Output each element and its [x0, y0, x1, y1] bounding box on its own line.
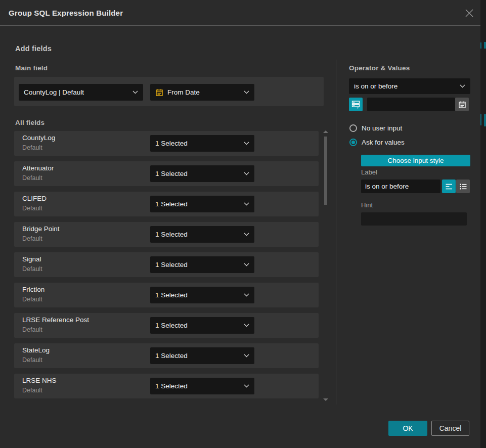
layer-dropdown[interactable]: CountyLog | Default: [19, 84, 143, 101]
field-selection-dropdown[interactable]: 1 Selected: [150, 378, 254, 394]
field-subtitle: Default: [22, 265, 42, 273]
calendar-icon: [458, 101, 466, 109]
dropdown-value: 1 Selected: [155, 231, 188, 238]
field-name: LRSE Reference Post: [22, 316, 89, 324]
dropdown-value: 1 Selected: [155, 322, 188, 329]
field-name: LRSE NHS: [22, 377, 57, 384]
dropdown-value: 1 Selected: [155, 291, 188, 299]
chevron-down-icon: [244, 293, 249, 297]
layer-dropdown-value: CountyLog | Default: [24, 88, 84, 96]
radio-label: No user input: [362, 124, 402, 132]
dropdown-value: 1 Selected: [155, 200, 188, 208]
main-field-label: Main field: [15, 64, 48, 72]
field-list: CountyLog Default 1 Selected Attenuator …: [14, 131, 319, 404]
field-selection-dropdown[interactable]: 1 Selected: [150, 347, 254, 364]
dropdown-value: 1 Selected: [155, 352, 188, 360]
label-label: Label: [361, 168, 377, 176]
field-name: Signal: [22, 255, 41, 263]
main-field-panel: CountyLog | Default From Date: [14, 77, 324, 106]
value-input[interactable]: [367, 98, 455, 111]
field-name: CountyLog: [22, 134, 55, 142]
align-left-style-button[interactable]: [442, 180, 456, 193]
field-subtitle: Default: [22, 174, 42, 182]
field-name: StateLog: [22, 346, 50, 354]
field-name: Friction: [22, 286, 45, 293]
chevron-down-icon: [244, 172, 249, 175]
stacked-input-icon: [351, 100, 360, 109]
field-row: CountyLog Default 1 Selected: [14, 131, 319, 156]
chevron-down-icon: [460, 84, 465, 88]
background-fragment: [484, 114, 486, 126]
group-sql-expression-builder-dialog: { "dialog": { "title": "Group SQL Expres…: [0, 0, 486, 448]
field-row: CLIFED Default 1 Selected: [14, 192, 319, 216]
field-row: Friction Default 1 Selected: [14, 283, 319, 307]
field-selection-dropdown[interactable]: 1 Selected: [150, 287, 254, 303]
chevron-down-icon: [132, 91, 138, 94]
chevron-down-icon: [244, 384, 249, 388]
radio-circle-selected: [349, 139, 357, 146]
scroll-up-arrow[interactable]: [323, 130, 328, 133]
operator-dropdown-value: is on or before: [354, 82, 397, 90]
no-user-input-radio[interactable]: No user input: [349, 124, 402, 132]
label-input[interactable]: [361, 180, 440, 193]
hint-label: Hint: [361, 201, 373, 209]
background-app-strip: [480, 0, 486, 448]
background-fragment: [480, 42, 481, 49]
background-fragment: [480, 114, 481, 125]
field-row: Signal Default 1 Selected: [14, 252, 319, 277]
scrollbar-thumb[interactable]: [324, 137, 327, 205]
dropdown-value: 1 Selected: [155, 140, 188, 147]
add-fields-heading: Add fields: [15, 44, 52, 53]
cancel-button[interactable]: Cancel: [431, 421, 469, 436]
date-picker-button[interactable]: [455, 98, 469, 111]
chevron-down-icon: [244, 91, 249, 94]
panel-divider: [336, 60, 336, 405]
field-row: Attenuator Default 1 Selected: [14, 161, 319, 186]
close-button[interactable]: [463, 7, 475, 19]
input-type-button[interactable]: [349, 98, 363, 111]
field-selection-dropdown[interactable]: 1 Selected: [150, 196, 254, 212]
ask-for-values-radio[interactable]: Ask for values: [349, 139, 405, 146]
main-field-dropdown[interactable]: From Date: [150, 84, 254, 101]
field-selection-dropdown[interactable]: 1 Selected: [150, 165, 254, 182]
field-selection-dropdown[interactable]: 1 Selected: [150, 317, 254, 334]
radio-circle: [349, 124, 357, 132]
operator-values-label: Operator & Values: [349, 64, 410, 72]
field-name: Bridge Point: [22, 225, 60, 233]
dropdown-value: 1 Selected: [155, 261, 188, 268]
operator-dropdown[interactable]: is on or before: [349, 78, 470, 94]
close-icon: [465, 9, 474, 18]
chevron-down-icon: [244, 233, 249, 236]
list-style-button[interactable]: [456, 180, 470, 193]
calendar-icon: [155, 88, 163, 97]
field-subtitle: Default: [22, 296, 42, 303]
field-name: Attenuator: [22, 164, 54, 172]
field-subtitle: Default: [22, 205, 42, 212]
all-fields-label: All fields: [15, 119, 45, 126]
radio-label: Ask for values: [362, 139, 405, 146]
field-selection-dropdown[interactable]: 1 Selected: [150, 256, 254, 273]
align-left-icon: [445, 183, 453, 191]
field-subtitle: Default: [22, 235, 42, 242]
chevron-down-icon: [244, 354, 249, 357]
bullet-list-icon: [459, 183, 467, 191]
chevron-down-icon: [244, 202, 249, 206]
dropdown-value: 1 Selected: [155, 382, 188, 390]
dropdown-value: 1 Selected: [155, 170, 188, 177]
hint-input[interactable]: [361, 212, 467, 226]
scroll-down-arrow[interactable]: [323, 398, 328, 401]
field-selection-dropdown[interactable]: 1 Selected: [150, 226, 254, 243]
field-row: StateLog Default 1 Selected: [14, 343, 319, 368]
chevron-down-icon: [244, 324, 249, 327]
field-row: LRSE Reference Post Default 1 Selected: [14, 313, 319, 338]
field-name: CLIFED: [22, 195, 47, 202]
field-subtitle: Default: [22, 387, 42, 394]
field-row: Bridge Point Default 1 Selected: [14, 222, 319, 247]
field-selection-dropdown[interactable]: 1 Selected: [150, 135, 254, 152]
chevron-down-icon: [244, 142, 249, 145]
ok-button[interactable]: OK: [388, 421, 427, 436]
field-subtitle: Default: [22, 356, 42, 364]
field-row: LRSE NHS Default 1 Selected: [14, 374, 319, 398]
choose-input-style-button[interactable]: Choose input style: [361, 155, 470, 166]
chevron-down-icon: [244, 263, 249, 266]
